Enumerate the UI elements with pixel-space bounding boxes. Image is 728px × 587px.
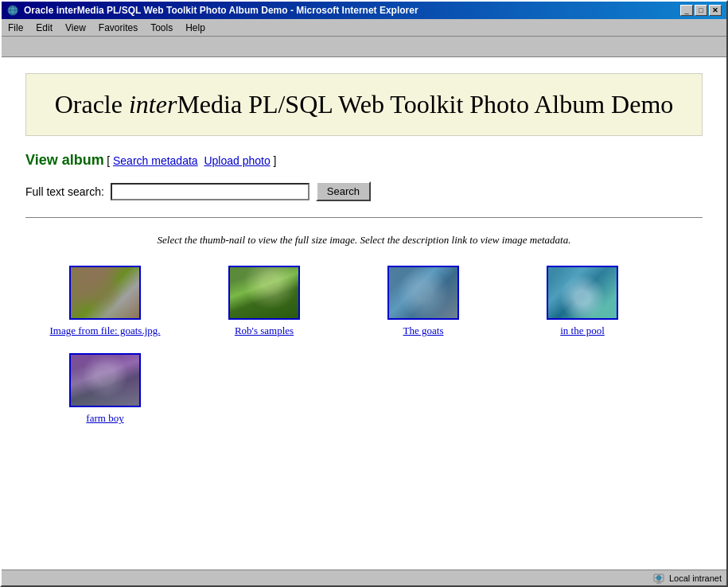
title-bar-left: Oracle interMedia PL/SQL Web Toolkit Pho… (6, 4, 419, 17)
minimize-button[interactable]: _ (680, 5, 693, 16)
page-wrapper: Oracle interMedia PL/SQL Web Toolkit Pho… (2, 57, 726, 457)
close-button[interactable]: ✕ (709, 5, 722, 16)
photo-item: farm boy (25, 353, 185, 425)
menu-file[interactable]: File (2, 21, 29, 35)
browser-icon (6, 4, 19, 17)
divider (25, 217, 703, 218)
status-right-text: Local intranet (669, 573, 722, 583)
photo-thumb-link-the-goats[interactable] (387, 266, 459, 325)
maximize-button[interactable]: □ (695, 5, 707, 16)
menu-favorites[interactable]: Favorites (92, 21, 144, 35)
nav-bracket-open: [ (107, 154, 113, 167)
search-input[interactable] (111, 183, 309, 200)
menu-bar: File Edit View Favorites Tools Help (2, 19, 726, 37)
photo-thumb-link-farm-boy[interactable] (69, 353, 141, 412)
photo-label-farm-boy[interactable]: farm boy (86, 412, 123, 425)
search-label: Full text search: (25, 185, 104, 198)
photo-label-goats[interactable]: Image from file: goats.jpg. (50, 325, 161, 337)
photo-gallery: Image from file: goats.jpg.Rob's samples… (25, 266, 703, 441)
menu-tools[interactable]: Tools (144, 21, 179, 35)
title-bar: Oracle interMedia PL/SQL Web Toolkit Pho… (2, 2, 726, 19)
photo-thumb-in-the-pool (547, 266, 618, 320)
instruction-text: Select the thumb-nail to view the full s… (25, 234, 703, 247)
title-suffix: Media PL/SQL Web Toolkit Photo Album Dem… (177, 90, 673, 119)
browser-content: Oracle interMedia PL/SQL Web Toolkit Pho… (2, 57, 726, 570)
view-album-section: View album [ Search metadata Upload phot… (25, 152, 703, 169)
photo-item: Rob's samples (185, 266, 344, 337)
title-italic: inter (129, 90, 177, 119)
upload-photo-link[interactable]: Upload photo (204, 154, 270, 167)
photo-thumb-farm-boy (69, 353, 141, 407)
photo-thumb-link-goats[interactable] (69, 266, 141, 325)
view-album-heading: View album (25, 152, 104, 168)
photo-label-in-the-pool[interactable]: in the pool (560, 325, 605, 337)
photo-label-robs-samples[interactable]: Rob's samples (235, 325, 294, 337)
window-title: Oracle interMedia PL/SQL Web Toolkit Pho… (24, 5, 419, 16)
menu-help[interactable]: Help (179, 21, 212, 35)
status-bar: Local intranet (2, 570, 726, 585)
photo-item: The goats (344, 266, 503, 337)
photo-thumb-robs-samples (228, 266, 300, 320)
nav-bracket-close: ] (271, 154, 277, 167)
page-title: Oracle interMedia PL/SQL Web Toolkit Pho… (42, 90, 686, 119)
photo-item: Image from file: goats.jpg. (25, 266, 185, 337)
page-header: Oracle interMedia PL/SQL Web Toolkit Pho… (25, 73, 703, 136)
nav-links: [ Search metadata Upload photo ] (107, 154, 276, 167)
status-right: Local intranet (653, 573, 722, 584)
menu-edit[interactable]: Edit (29, 21, 59, 35)
search-section: Full text search: Search (25, 181, 703, 201)
search-metadata-link[interactable]: Search metadata (113, 154, 198, 167)
photo-label-the-goats[interactable]: The goats (403, 325, 444, 337)
browser-toolbar (2, 37, 726, 57)
photo-thumb-goats (69, 266, 141, 320)
photo-thumb-link-in-the-pool[interactable] (547, 266, 618, 325)
title-prefix: Oracle (55, 90, 129, 119)
menu-view[interactable]: View (59, 21, 92, 35)
title-bar-controls: _ □ ✕ (680, 5, 722, 16)
photo-thumb-the-goats (387, 266, 459, 320)
browser-window: Oracle interMedia PL/SQL Web Toolkit Pho… (0, 0, 728, 587)
photo-thumb-link-robs-samples[interactable] (228, 266, 300, 325)
search-button[interactable]: Search (316, 181, 371, 201)
photo-item: in the pool (503, 266, 662, 337)
intranet-icon (653, 573, 666, 584)
